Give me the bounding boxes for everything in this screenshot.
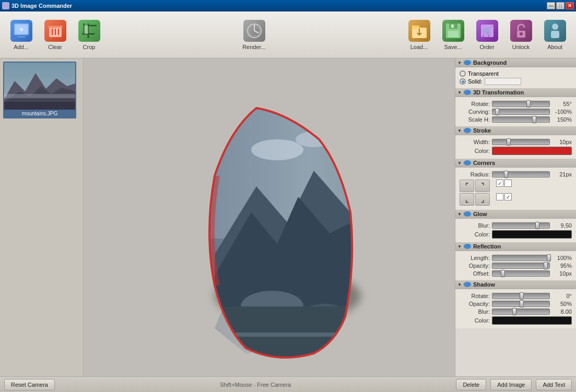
- clear-button[interactable]: Clear: [38, 14, 72, 56]
- svg-rect-35: [4, 94, 75, 98]
- reflection-arrow: ▼: [457, 244, 462, 249]
- stroke-width-slider[interactable]: [492, 139, 550, 145]
- glow-content: Blur: 9,50 Color:: [455, 219, 576, 242]
- svg-line-17: [254, 31, 258, 33]
- corner-tr-btn[interactable]: ⌝: [475, 180, 490, 192]
- image-list: mountains.JPG: [0, 58, 84, 376]
- minimize-button[interactable]: —: [547, 2, 555, 9]
- transparent-row: Transparent: [460, 70, 572, 77]
- svg-rect-13: [84, 26, 88, 34]
- background-title: Background: [473, 60, 507, 66]
- canvas-area[interactable]: [84, 58, 455, 376]
- add-text-button[interactable]: Add Text: [536, 379, 572, 390]
- close-button[interactable]: ✕: [566, 2, 574, 9]
- stroke-eye[interactable]: [464, 128, 471, 133]
- stroke-color-swatch[interactable]: [492, 147, 572, 155]
- solid-radio[interactable]: [460, 78, 466, 85]
- corner-tl-btn[interactable]: ⌜: [460, 180, 474, 192]
- background-eye[interactable]: [464, 60, 471, 65]
- corner-bl-btn[interactable]: ⌞: [460, 193, 474, 206]
- glow-blur-label: Blur:: [460, 222, 490, 229]
- reflection-offset-row: Offset: 10px: [460, 270, 572, 277]
- transparent-radio[interactable]: [460, 70, 466, 77]
- add-label: Add...: [14, 44, 29, 50]
- corner-check-bl[interactable]: [496, 193, 503, 200]
- order-button[interactable]: 🛒 Order: [470, 14, 504, 56]
- shadow-rotate-slider[interactable]: [492, 293, 550, 299]
- glow-color-swatch[interactable]: [492, 230, 572, 239]
- corner-check-tr[interactable]: [504, 180, 512, 187]
- glow-blur-slider[interactable]: [492, 222, 550, 229]
- save-button[interactable]: Save...: [436, 14, 470, 56]
- rotate-slider[interactable]: [492, 101, 550, 107]
- transform-content: Rotate: 55° Curving: -100% Scale H: 150%: [455, 97, 576, 126]
- corners-radius-label: Radius:: [460, 171, 490, 177]
- corner-check-tl[interactable]: ✓: [496, 180, 503, 187]
- shadow-color-swatch[interactable]: [492, 316, 572, 325]
- save-label: Save...: [444, 44, 462, 50]
- reflection-section-header[interactable]: ▼ Reflection: [455, 242, 576, 251]
- about-button[interactable]: About: [538, 14, 572, 56]
- background-section-header[interactable]: ▼ Background: [455, 58, 576, 67]
- app-title: 3D Image Commander: [11, 3, 72, 9]
- transform-eye[interactable]: [464, 90, 471, 95]
- shadow-opacity-slider[interactable]: [492, 301, 550, 307]
- stroke-width-row: Width: 10px: [460, 139, 572, 145]
- order-label: Order: [479, 44, 494, 50]
- maximize-button[interactable]: □: [556, 2, 565, 9]
- glow-title: Glow: [473, 211, 487, 217]
- reflection-length-value: 100%: [552, 255, 572, 261]
- shadow-blur-slider[interactable]: [492, 308, 550, 315]
- corners-arrow: ▼: [457, 161, 462, 165]
- shadow-color-row: Color:: [460, 316, 572, 325]
- corners-content: Radius: 21px ⌜ ⌝ ⌞ ⌟ ✓ ✓: [455, 168, 576, 210]
- shadow-rotate-row: Rotate: 0°: [460, 293, 572, 299]
- corner-br-btn[interactable]: ⌟: [475, 193, 490, 206]
- reset-camera-button[interactable]: Reset Camera: [4, 379, 55, 390]
- corners-radius-row: Radius: 21px: [460, 171, 572, 177]
- about-label: About: [547, 44, 562, 50]
- delete-button[interactable]: Delete: [456, 379, 486, 390]
- unlock-button[interactable]: Unlock: [504, 14, 538, 56]
- render-button[interactable]: Render...: [237, 14, 271, 56]
- load-button[interactable]: Load...: [402, 14, 436, 56]
- corner-check-br[interactable]: ✓: [504, 193, 512, 200]
- rotate-row: Rotate: 55°: [460, 101, 572, 107]
- shadow-section-header[interactable]: ▼ Shadow: [455, 280, 576, 289]
- scaleh-row: Scale H: 150%: [460, 116, 572, 123]
- glow-arrow: ▼: [457, 212, 462, 217]
- corners-radius-value: 21px: [552, 171, 572, 177]
- background-arrow: ▼: [457, 61, 462, 65]
- corners-section-header[interactable]: ▼ Corners: [455, 159, 576, 168]
- reflection-offset-slider[interactable]: [492, 270, 550, 277]
- shadow-eye[interactable]: [464, 282, 471, 287]
- shadow-rotate-value: 0°: [552, 293, 572, 299]
- svg-rect-45: [215, 332, 382, 337]
- corners-eye[interactable]: [464, 160, 471, 165]
- crop-button[interactable]: Crop: [72, 14, 106, 56]
- curving-value: -100%: [552, 109, 572, 115]
- glow-section-header[interactable]: ▼ Glow: [455, 210, 576, 219]
- render-label: Render...: [242, 44, 266, 50]
- toolbar: + Add... Clear Crop: [0, 11, 576, 58]
- reflection-length-label: Length:: [460, 255, 490, 261]
- curving-slider[interactable]: [492, 109, 550, 115]
- stroke-section-header[interactable]: ▼ Stroke: [455, 126, 576, 135]
- add-image-button[interactable]: Add Image: [490, 379, 532, 390]
- reflection-opacity-slider[interactable]: [492, 263, 550, 269]
- corners-radius-slider[interactable]: [492, 171, 550, 177]
- add-button[interactable]: + Add...: [4, 14, 38, 56]
- transparent-label: Transparent: [468, 70, 499, 77]
- reflection-offset-value: 10px: [552, 270, 572, 277]
- svg-point-29: [552, 23, 558, 30]
- scaleh-slider[interactable]: [492, 116, 550, 123]
- glow-eye[interactable]: [464, 211, 471, 217]
- reflection-eye[interactable]: [464, 244, 471, 249]
- reflection-length-slider[interactable]: [492, 255, 550, 261]
- transform-section-header[interactable]: ▼ 3D Transformation: [455, 88, 576, 97]
- 3d-scene: [100, 66, 439, 369]
- solid-color-swatch[interactable]: [485, 78, 521, 85]
- right-panel: ▼ Background Transparent Solid: ▼ 3D Tra…: [455, 58, 576, 376]
- shadow-content: Rotate: 0° Opacity: 50% Blur: 8.00: [455, 289, 576, 328]
- image-item[interactable]: mountains.JPG: [3, 62, 76, 118]
